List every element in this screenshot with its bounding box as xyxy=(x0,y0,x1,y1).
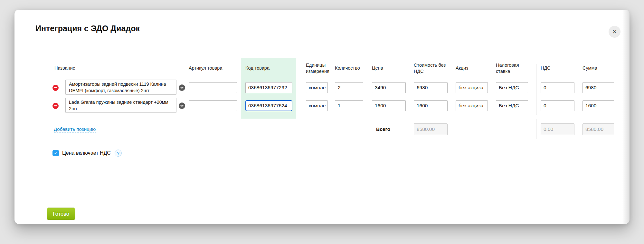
quantity-field[interactable] xyxy=(335,82,363,93)
totals-label: Всего xyxy=(372,126,414,132)
header-name: Название xyxy=(52,65,189,71)
table-header-row: Название Артикул товара Код товара Едини… xyxy=(52,58,614,79)
close-icon[interactable]: ✕ xyxy=(609,26,620,38)
totals-row: Добавить позицию Всего xyxy=(52,117,614,141)
done-button[interactable]: Готово xyxy=(47,208,75,220)
units-field[interactable] xyxy=(306,100,328,111)
delete-row-icon[interactable] xyxy=(52,103,59,109)
name-field[interactable]: Амортизаторы задней подвески 1119 Калина… xyxy=(65,80,176,95)
vat-included-label: Цена включает НДС xyxy=(62,150,111,156)
cost-no-vat-field[interactable] xyxy=(414,100,448,111)
scroll-shadow xyxy=(622,10,630,224)
price-field[interactable] xyxy=(372,82,406,93)
vat-field[interactable] xyxy=(541,82,574,93)
tax-rate-field[interactable] xyxy=(496,100,528,111)
header-code: Код товара xyxy=(241,65,296,71)
header-units: Единицы измерения xyxy=(296,62,335,74)
delete-row-icon[interactable] xyxy=(52,85,59,91)
name-field[interactable]: Lada Granta пружины задние стандарт +20м… xyxy=(65,98,176,113)
units-field[interactable] xyxy=(306,82,328,93)
expand-name-button[interactable] xyxy=(176,84,189,91)
total-vat-field xyxy=(541,123,574,135)
header-sku: Артикул товара xyxy=(189,65,241,71)
total-sum-field xyxy=(582,123,614,135)
tax-rate-field[interactable] xyxy=(496,82,528,93)
sum-field[interactable] xyxy=(582,82,614,93)
header-vat: НДС xyxy=(536,65,578,71)
header-cost-no-vat: Стоимость без НДС xyxy=(414,62,456,74)
header-tax-rate: Налоговая ставка xyxy=(496,62,536,74)
header-excise: Акциз xyxy=(456,65,496,71)
chevron-down-icon xyxy=(179,102,185,109)
help-icon[interactable]: ? xyxy=(115,150,122,157)
price-field[interactable] xyxy=(372,100,406,111)
excise-field[interactable] xyxy=(456,100,488,111)
add-position-link[interactable]: Добавить позицию xyxy=(54,126,96,132)
header-quantity: Количество xyxy=(335,65,372,71)
dialog-title: Интеграция с ЭДО Диадок xyxy=(35,24,140,33)
header-sum: Сумма xyxy=(578,65,614,71)
table-row: Амортизаторы задней подвески 1119 Калина… xyxy=(52,79,614,97)
expand-name-button[interactable] xyxy=(176,102,189,109)
sku-field[interactable] xyxy=(189,100,237,111)
total-cost-no-vat-field xyxy=(414,123,448,135)
vat-field[interactable] xyxy=(541,100,574,111)
excise-field[interactable] xyxy=(456,82,488,93)
table-row: Lada Granta пружины задние стандарт +20м… xyxy=(52,97,614,115)
vat-included-checkbox[interactable]: ✓ xyxy=(52,150,59,156)
code-field-focused[interactable] xyxy=(245,100,292,111)
sku-field[interactable] xyxy=(189,82,237,93)
quantity-field[interactable] xyxy=(335,100,363,111)
vat-included-option: ✓ Цена включает НДС ? xyxy=(52,150,122,157)
diadoc-integration-dialog: Интеграция с ЭДО Диадок ✕ Название Артик… xyxy=(14,10,630,224)
code-field[interactable] xyxy=(245,82,292,93)
positions-table: Название Артикул товара Код товара Едини… xyxy=(52,58,614,142)
cost-no-vat-field[interactable] xyxy=(414,82,448,93)
sum-field[interactable] xyxy=(582,100,614,111)
chevron-down-icon xyxy=(179,84,185,91)
header-price: Цена xyxy=(372,65,414,71)
